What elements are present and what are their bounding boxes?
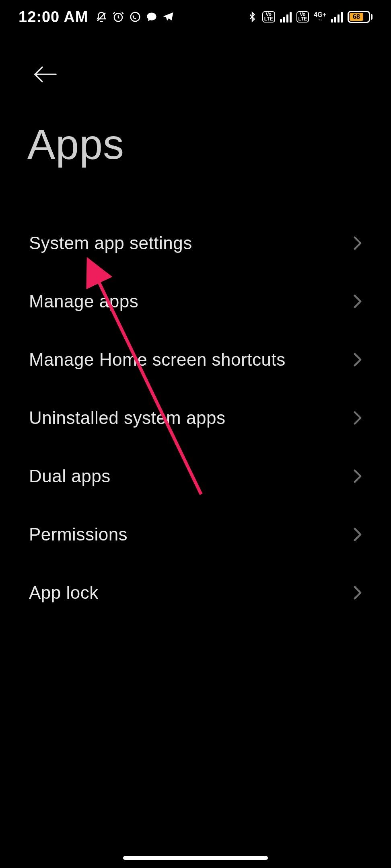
network-indicator: 4G+↑↓	[314, 12, 326, 22]
volte-badge-sim2: VoLTE	[296, 11, 309, 23]
item-dual-apps[interactable]: Dual apps	[29, 447, 362, 505]
signal-bars-sim1	[280, 11, 292, 23]
home-indicator[interactable]	[123, 856, 268, 860]
svg-point-3	[131, 12, 140, 22]
battery-percent: 68	[353, 13, 360, 20]
item-manage-home-shortcuts[interactable]: Manage Home screen shortcuts	[29, 330, 362, 389]
chevron-right-icon	[353, 236, 362, 250]
status-bar-right: VoLTE VoLTE 4G+↑↓ 68	[247, 10, 372, 23]
item-app-lock[interactable]: App lock	[29, 563, 362, 622]
telegram-icon	[162, 11, 174, 23]
alarm-icon	[112, 11, 124, 23]
item-uninstalled-system-apps[interactable]: Uninstalled system apps	[29, 389, 362, 447]
settings-list: System app settings Manage apps Manage H…	[0, 214, 391, 622]
item-label: Manage apps	[29, 291, 138, 311]
status-bar-left: 12:00 AM	[19, 8, 174, 26]
app-header: Apps	[0, 40, 391, 168]
item-manage-apps[interactable]: Manage apps	[29, 272, 362, 330]
item-label: Dual apps	[29, 466, 111, 486]
page-title: Apps	[27, 121, 364, 168]
item-system-app-settings[interactable]: System app settings	[29, 214, 362, 272]
item-label: App lock	[29, 583, 99, 603]
item-label: Manage Home screen shortcuts	[29, 350, 286, 370]
chevron-right-icon	[353, 294, 362, 309]
battery-indicator: 68	[348, 11, 372, 23]
chevron-right-icon	[353, 585, 362, 600]
status-bar: 12:00 AM	[0, 0, 391, 34]
item-permissions[interactable]: Permissions	[29, 505, 362, 563]
item-label: System app settings	[29, 233, 192, 253]
whatsapp-icon	[129, 11, 141, 23]
item-label: Permissions	[29, 524, 128, 545]
bluetooth-icon	[247, 10, 257, 23]
signal-bars-sim2	[331, 11, 343, 23]
chevron-right-icon	[353, 411, 362, 425]
chevron-right-icon	[353, 527, 362, 542]
chat-icon	[146, 11, 157, 23]
chevron-right-icon	[353, 469, 362, 483]
mute-icon	[95, 11, 107, 23]
item-label: Uninstalled system apps	[29, 408, 225, 428]
volte-badge-sim1: VoLTE	[262, 11, 275, 23]
status-time: 12:00 AM	[19, 8, 88, 26]
back-button[interactable]	[27, 56, 64, 92]
chevron-right-icon	[353, 352, 362, 367]
